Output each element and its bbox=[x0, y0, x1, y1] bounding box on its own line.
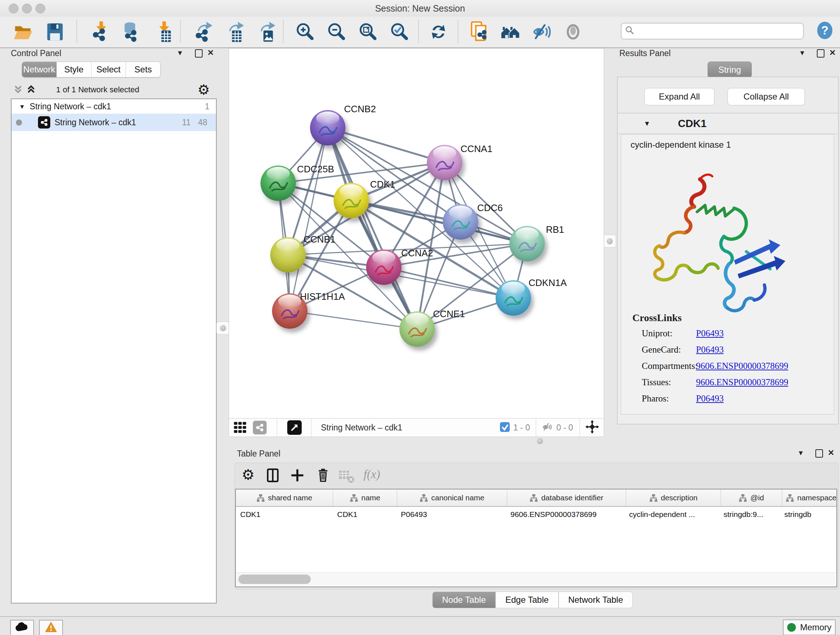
delete-table-icon[interactable] bbox=[338, 469, 355, 485]
node-CDC25B[interactable] bbox=[261, 165, 296, 201]
warning-button[interactable] bbox=[39, 620, 63, 635]
node-RB1[interactable] bbox=[509, 226, 545, 261]
control-panel-gear-icon[interactable]: ⚙ bbox=[197, 82, 210, 98]
network-edge[interactable] bbox=[290, 128, 328, 311]
left-splitter-handle[interactable] bbox=[216, 321, 229, 334]
import-database-button[interactable] bbox=[118, 19, 143, 44]
grid-view-icon[interactable] bbox=[232, 415, 248, 440]
import-table-button[interactable] bbox=[149, 19, 175, 44]
column-header-namespace[interactable]: namespace bbox=[782, 489, 840, 506]
table-row[interactable]: CDK1CDK1P064939606.ENSP00000378699cyclin… bbox=[236, 507, 836, 523]
node-CCNB1[interactable] bbox=[270, 237, 306, 272]
crosslink-link[interactable]: P06493 bbox=[696, 394, 723, 404]
string-network-badge-icon[interactable] bbox=[253, 421, 267, 434]
selected-checkbox-icon[interactable] bbox=[500, 422, 510, 433]
zoom-out-button[interactable] bbox=[324, 19, 349, 44]
results-panel-close-button[interactable]: ✕ bbox=[829, 48, 836, 57]
collapse-all-button[interactable]: Collapse All bbox=[728, 88, 805, 105]
table-cell[interactable]: stringdb:9... bbox=[719, 507, 780, 523]
tab-network-table[interactable]: Network Table bbox=[559, 592, 633, 608]
crosslink-link[interactable]: 9606.ENSP00000378699 bbox=[696, 377, 788, 387]
network-canvas[interactable]: CCNB2CCNA1CDC25BCDK1CDC6RB1CCNB1CCNA2CDK… bbox=[229, 48, 604, 419]
column-header-description[interactable]: description bbox=[626, 489, 721, 506]
tab-node-table[interactable]: Node Table bbox=[432, 592, 496, 608]
open-session-button[interactable] bbox=[11, 19, 36, 44]
results-panel-float-button[interactable] bbox=[817, 49, 824, 57]
hide-selected-button[interactable] bbox=[530, 19, 555, 44]
collapse-networks-icon[interactable] bbox=[13, 84, 23, 96]
table-cell[interactable]: CDK1 bbox=[236, 507, 333, 523]
node-CCNB2[interactable] bbox=[310, 110, 346, 146]
refresh-button[interactable] bbox=[426, 19, 451, 44]
crosslink-link[interactable]: P06493 bbox=[696, 345, 723, 355]
tab-edge-table[interactable]: Edge Table bbox=[496, 592, 559, 608]
cloud-button[interactable] bbox=[10, 620, 34, 635]
protein-expander-icon[interactable]: ▾ bbox=[645, 119, 649, 128]
network-edge[interactable] bbox=[384, 267, 513, 298]
hidden-eye-icon[interactable] bbox=[541, 421, 554, 434]
tab-network[interactable]: Network bbox=[22, 62, 57, 77]
fit-selected-icon[interactable] bbox=[585, 420, 600, 435]
expand-all-button[interactable]: Expand All bbox=[644, 88, 714, 105]
save-session-button[interactable] bbox=[42, 19, 68, 44]
expand-networks-icon[interactable] bbox=[26, 84, 36, 96]
crosslink-link[interactable]: 9606.ENSP00000378699 bbox=[696, 361, 788, 371]
table-cell[interactable]: CDK1 bbox=[333, 507, 396, 523]
export-network-button[interactable] bbox=[191, 19, 216, 44]
crosslink-link[interactable]: P06493 bbox=[696, 328, 723, 339]
control-panel-close-button[interactable]: ✕ bbox=[207, 48, 214, 57]
tab-string[interactable]: String bbox=[707, 62, 752, 78]
node-CDKN1A[interactable] bbox=[496, 280, 531, 316]
column-header-database-identifier[interactable]: database identifier bbox=[507, 489, 626, 506]
zoom-fit-button[interactable] bbox=[355, 19, 381, 44]
delete-column-trash-icon[interactable] bbox=[316, 467, 331, 485]
protein-section-header[interactable]: ▾ CDK1 bbox=[617, 113, 838, 134]
table-settings-gear-icon[interactable]: ⚙ bbox=[242, 466, 255, 483]
column-header-name[interactable]: name bbox=[333, 489, 397, 506]
tab-sets[interactable]: Sets bbox=[126, 62, 160, 77]
memory-button[interactable]: Memory bbox=[783, 619, 836, 635]
table-horizontal-scrollbar[interactable] bbox=[237, 572, 836, 586]
tab-style[interactable]: Style bbox=[57, 62, 92, 77]
bottom-splitter-handle[interactable] bbox=[537, 438, 543, 444]
table-panel-menu-icon[interactable]: ▾ bbox=[799, 448, 803, 458]
zoom-selected-button[interactable] bbox=[387, 19, 412, 44]
node-CDK1[interactable] bbox=[333, 183, 369, 218]
import-network-button[interactable] bbox=[87, 19, 112, 44]
search-input[interactable] bbox=[638, 26, 803, 36]
export-table-button[interactable] bbox=[222, 19, 248, 44]
network-row[interactable]: String Network – cdk1 11 48 bbox=[11, 114, 216, 131]
network-edge[interactable] bbox=[290, 311, 417, 329]
table-panel-float-button[interactable] bbox=[815, 449, 823, 458]
string-query-button[interactable] bbox=[467, 19, 492, 44]
column-header--id[interactable]: @id bbox=[721, 489, 782, 506]
scrollbar-thumb[interactable] bbox=[238, 575, 311, 584]
right-splitter-handle[interactable] bbox=[603, 234, 616, 248]
control-panel-float-button[interactable] bbox=[195, 49, 202, 57]
export-image-button[interactable] bbox=[254, 19, 279, 44]
table-cell[interactable]: cyclin-dependent ... bbox=[625, 507, 719, 523]
open-in-window-icon[interactable] bbox=[287, 420, 302, 435]
table-panel-close-button[interactable]: ✕ bbox=[828, 448, 834, 458]
column-header-canonical-name[interactable]: canonical name bbox=[397, 489, 507, 506]
node-CCNE1[interactable] bbox=[399, 311, 435, 347]
collection-expander-icon[interactable]: ▾ bbox=[20, 102, 24, 111]
results-panel-menu-icon[interactable]: ▾ bbox=[800, 48, 804, 57]
tab-select[interactable]: Select bbox=[92, 62, 126, 77]
home-button[interactable] bbox=[498, 19, 523, 44]
control-panel-menu-icon[interactable]: ▾ bbox=[178, 48, 182, 57]
network-collection-row[interactable]: ▾ String Network – cdk1 1 bbox=[11, 99, 216, 114]
table-cell[interactable]: P06493 bbox=[396, 507, 506, 523]
help-button[interactable]: ? bbox=[817, 22, 832, 39]
add-column-icon[interactable] bbox=[289, 467, 305, 485]
column-header-shared-name[interactable]: shared name bbox=[236, 489, 333, 506]
show-columns-icon[interactable] bbox=[265, 467, 280, 485]
node-CCNA1[interactable] bbox=[427, 145, 462, 180]
table-cell[interactable]: 9606.ENSP00000378699 bbox=[506, 507, 625, 523]
zoom-in-button[interactable] bbox=[293, 19, 318, 44]
function-builder-icon[interactable]: f(x) bbox=[363, 468, 380, 481]
show-all-button[interactable] bbox=[561, 19, 586, 44]
node-CDC6[interactable] bbox=[443, 204, 478, 240]
table-cell[interactable]: stringdb bbox=[780, 507, 838, 523]
node-CCNA2[interactable] bbox=[366, 249, 401, 285]
